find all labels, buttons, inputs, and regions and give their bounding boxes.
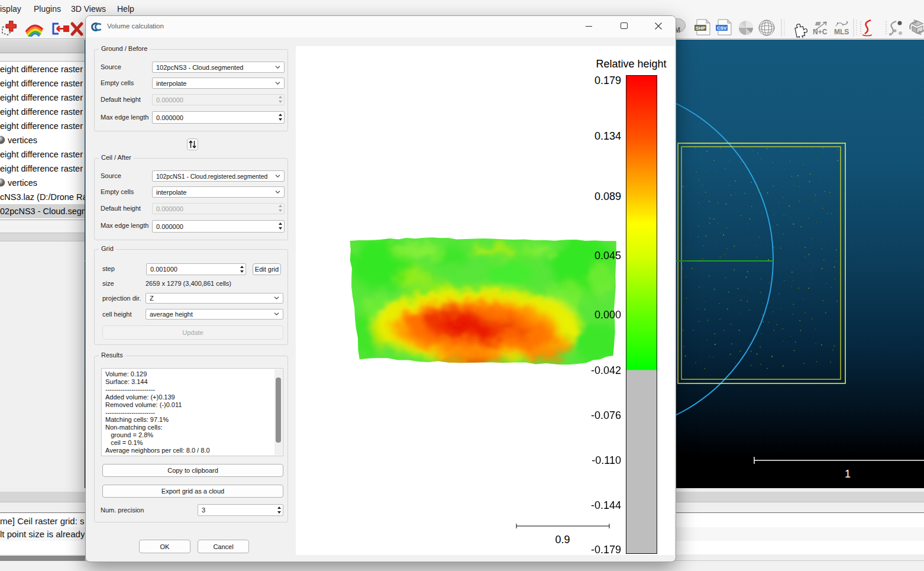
svg-text:MLS: MLS bbox=[834, 28, 849, 36]
svg-text:CSV: CSV bbox=[717, 25, 727, 31]
svg-text:SHP: SHP bbox=[696, 25, 706, 31]
svg-text:N+C: N+C bbox=[813, 28, 828, 36]
svg-text:1: 1 bbox=[845, 468, 851, 480]
